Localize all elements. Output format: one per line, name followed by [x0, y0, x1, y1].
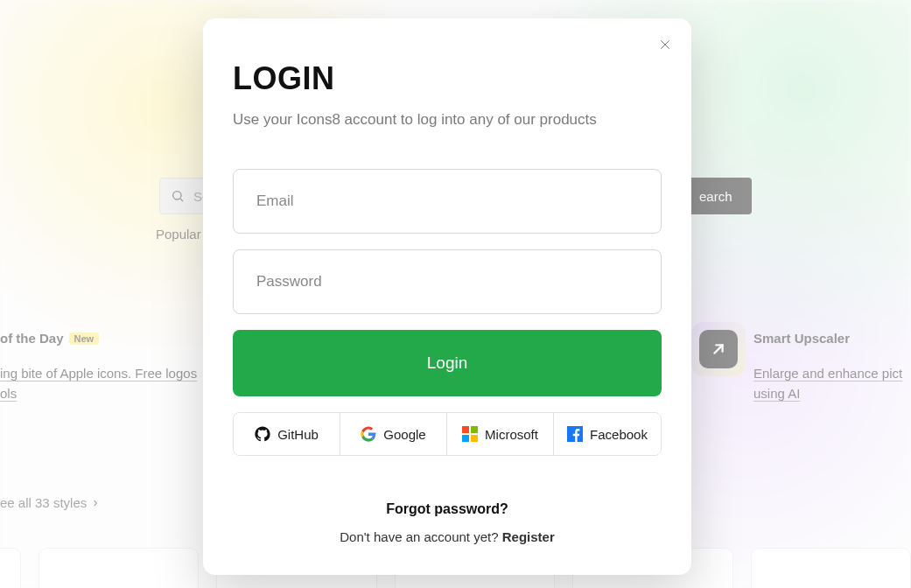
feature-right-desc[interactable]: Enlarge and enhance pict using AI	[753, 363, 911, 404]
github-icon	[255, 426, 270, 442]
microsoft-login-button[interactable]: Microsoft	[447, 413, 554, 455]
style-card[interactable]	[751, 548, 912, 588]
feature-left: of the Day New ing bite of Apple icons. …	[0, 331, 210, 404]
svg-line-1	[180, 199, 183, 201]
feature-right-title: Smart Upscaler	[753, 331, 911, 346]
feature-left-desc-l2: ols	[0, 386, 17, 401]
upscaler-icon	[699, 330, 738, 368]
svg-point-0	[173, 192, 181, 200]
feature-left-title-text: of the Day	[0, 331, 64, 346]
login-button-label: Login	[427, 354, 468, 372]
close-icon	[658, 38, 672, 52]
login-subtitle: Use your Icons8 account to log into any …	[233, 111, 662, 129]
feature-left-desc-l1: ing bite of Apple icons. Free logos	[0, 366, 197, 381]
email-field[interactable]: Email	[233, 169, 662, 234]
facebook-login-button[interactable]: Facebook	[554, 413, 661, 455]
password-label: Password	[256, 273, 322, 290]
signup-prompt-text: Don't have an account yet?	[340, 529, 502, 544]
google-icon	[361, 426, 376, 442]
popular-label: Popular	[156, 227, 201, 242]
google-login-button[interactable]: Google	[340, 413, 447, 455]
signup-prompt: Don't have an account yet? Register	[233, 529, 662, 544]
see-all-styles-link[interactable]: ee all 33 styles	[0, 495, 101, 510]
facebook-label: Facebook	[590, 427, 648, 442]
style-card[interactable]	[0, 548, 21, 588]
feature-right-desc-l1: Enlarge and enhance pict	[753, 366, 902, 381]
upscaler-tile[interactable]	[691, 322, 746, 376]
social-login-row: GitHub Google Microsoft Facebook	[233, 412, 662, 456]
google-label: Google	[383, 427, 425, 442]
search-button-label: earch	[699, 189, 732, 204]
search-icon	[171, 189, 185, 203]
style-card[interactable]	[39, 548, 200, 588]
close-button[interactable]	[655, 34, 676, 55]
see-all-styles-label: ee all 33 styles	[0, 495, 87, 510]
microsoft-label: Microsoft	[485, 427, 538, 442]
microsoft-icon	[462, 426, 478, 442]
login-title: LOGIN	[233, 60, 662, 97]
github-label: GitHub	[277, 427, 319, 442]
feature-right: Smart Upscaler Enlarge and enhance pict …	[753, 331, 911, 404]
password-field[interactable]: Password	[233, 249, 662, 314]
login-modal: LOGIN Use your Icons8 account to log int…	[203, 18, 691, 575]
feature-left-desc[interactable]: ing bite of Apple icons. Free logos ols	[0, 363, 210, 404]
email-label: Email	[256, 192, 294, 210]
feature-left-title: of the Day New	[0, 331, 210, 346]
new-badge: New	[69, 332, 100, 345]
login-button[interactable]: Login	[233, 330, 662, 396]
github-login-button[interactable]: GitHub	[234, 413, 340, 455]
register-link[interactable]: Register	[502, 529, 555, 544]
facebook-icon	[567, 426, 583, 442]
chevron-right-icon	[90, 498, 101, 508]
feature-right-desc-l2: using AI	[753, 386, 800, 401]
forgot-password-link[interactable]: Forgot password?	[233, 501, 662, 517]
